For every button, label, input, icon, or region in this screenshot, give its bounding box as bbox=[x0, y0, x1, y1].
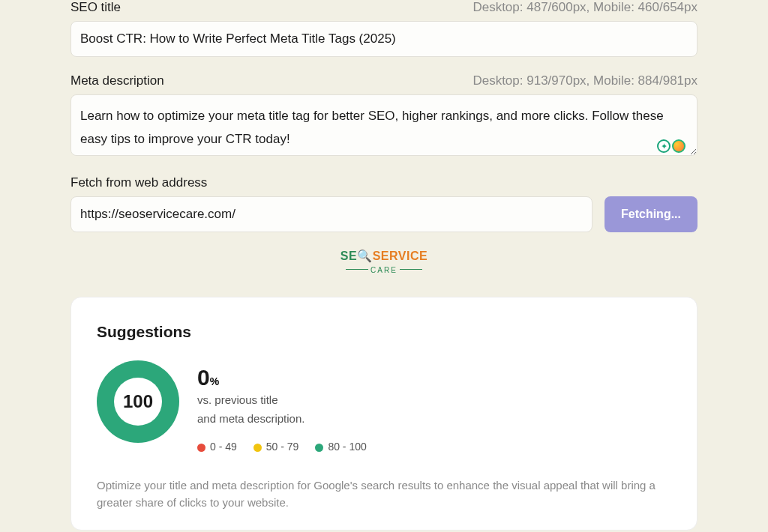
suggestions-card: Suggestions 100 0% vs. previous title an… bbox=[70, 297, 698, 531]
brand-logo: SE🔍SERVICE CARE bbox=[70, 249, 698, 276]
dot-yellow-icon bbox=[254, 444, 262, 452]
score-legend: 0 - 49 50 - 79 80 - 100 bbox=[197, 441, 367, 453]
legend-high: 80 - 100 bbox=[328, 441, 366, 453]
legend-low: 0 - 49 bbox=[210, 441, 237, 453]
score-value: 100 bbox=[123, 391, 153, 412]
fetch-group: Fetch from web address Fetching... bbox=[70, 175, 698, 232]
seo-title-input[interactable] bbox=[70, 21, 698, 57]
seo-title-group: SEO title Desktop: 487/600px, Mobile: 46… bbox=[70, 0, 698, 57]
meta-description-group: Meta description Desktop: 913/970px, Mob… bbox=[70, 73, 698, 159]
delta-pct: % bbox=[210, 375, 219, 387]
score-ring: 100 bbox=[97, 360, 179, 443]
emoji-checker-icon[interactable] bbox=[672, 139, 686, 153]
grammar-overlay: ✦ bbox=[657, 139, 686, 153]
fetch-button[interactable]: Fetching... bbox=[604, 196, 698, 232]
magnifier-icon: 🔍 bbox=[357, 250, 373, 262]
meta-description-counter: Desktop: 913/970px, Mobile: 884/981px bbox=[472, 73, 698, 88]
suggestions-title: Suggestions bbox=[97, 323, 671, 341]
dot-green-icon bbox=[315, 444, 323, 452]
delta-line2: and meta description. bbox=[197, 411, 367, 428]
meta-description-input[interactable] bbox=[70, 94, 698, 156]
checker-icon[interactable]: ✦ bbox=[657, 139, 670, 153]
logo-service: SERVICE bbox=[373, 250, 428, 262]
delta-value: 0 bbox=[197, 365, 210, 390]
delta-line1: vs. previous title bbox=[197, 392, 367, 409]
fetch-url-input[interactable] bbox=[70, 196, 592, 232]
suggestions-hint: Optimize your title and meta description… bbox=[97, 477, 671, 512]
logo-care: CARE bbox=[370, 266, 398, 274]
logo-seo: SE bbox=[340, 250, 357, 262]
dot-red-icon bbox=[197, 444, 206, 452]
legend-mid: 50 - 79 bbox=[266, 441, 299, 453]
seo-title-label: SEO title bbox=[70, 0, 121, 15]
fetch-label: Fetch from web address bbox=[70, 175, 207, 190]
meta-description-label: Meta description bbox=[70, 73, 164, 88]
seo-title-counter: Desktop: 487/600px, Mobile: 460/654px bbox=[472, 0, 698, 15]
